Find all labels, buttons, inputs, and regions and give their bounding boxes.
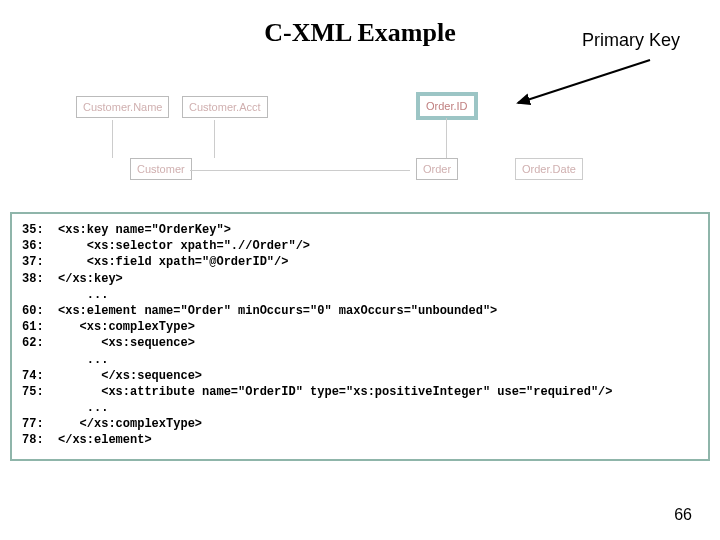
code-panel: 35: <xs:key name="OrderKey"> 36: <xs:sel… bbox=[10, 212, 710, 461]
slide-title: C-XML Example bbox=[264, 18, 455, 48]
diagram-box-customer-name: Customer.Name bbox=[76, 96, 169, 118]
diagram-box-order-id: Order.ID bbox=[416, 92, 478, 120]
code-block: 35: <xs:key name="OrderKey"> 36: <xs:sel… bbox=[22, 222, 698, 449]
arrow-icon bbox=[510, 58, 660, 108]
primary-key-label: Primary Key bbox=[582, 30, 680, 51]
diagram-box-customer-acct: Customer.Acct bbox=[182, 96, 268, 118]
svg-line-0 bbox=[518, 60, 650, 103]
page-number: 66 bbox=[674, 506, 692, 524]
diagram-box-order-date: Order.Date bbox=[515, 158, 583, 180]
diagram-box-customer: Customer bbox=[130, 158, 192, 180]
diagram-box-order: Order bbox=[416, 158, 458, 180]
